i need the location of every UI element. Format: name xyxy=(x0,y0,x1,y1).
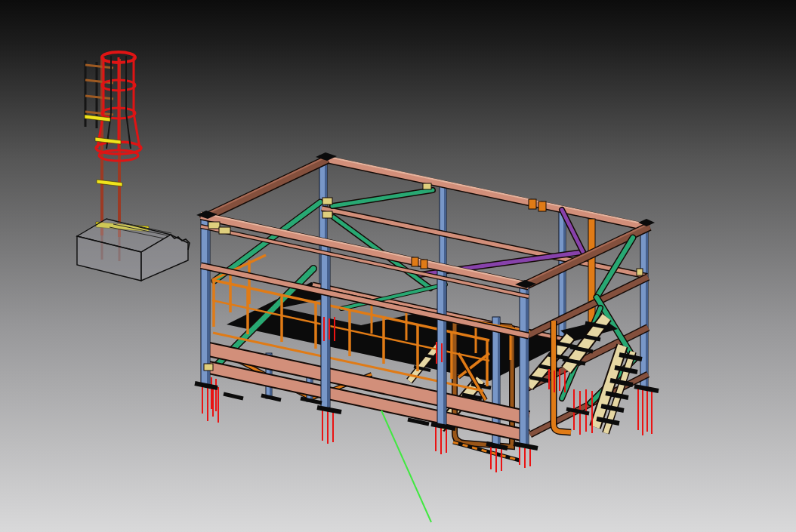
3d-model-viewport[interactable] xyxy=(0,0,796,532)
column xyxy=(640,224,648,389)
yellow-rungs xyxy=(85,115,149,232)
construction-line xyxy=(381,411,431,522)
column xyxy=(520,284,529,446)
stair-flight-right-ground xyxy=(595,346,642,433)
roof-plan-brace xyxy=(332,190,433,206)
model-canvas xyxy=(0,0,796,532)
safety-cage xyxy=(96,52,141,161)
concrete-foundation-block xyxy=(77,219,190,281)
column xyxy=(201,214,210,386)
